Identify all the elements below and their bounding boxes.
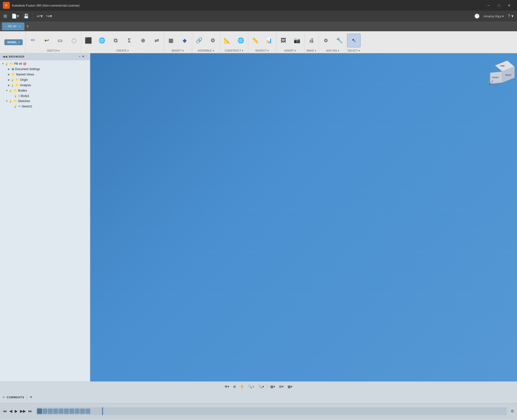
timeline-settings-button[interactable]: ⚙ xyxy=(510,408,515,414)
timeline-item-2[interactable] xyxy=(42,409,47,414)
modify2-button[interactable]: ◆ xyxy=(178,34,191,47)
timeline-item-6[interactable] xyxy=(64,409,69,414)
modify1-button[interactable]: ▦ xyxy=(165,34,178,47)
zoom-fit-button[interactable]: 🔍▾ xyxy=(257,384,266,389)
tree-item-bodies[interactable]: ▼ 💡 📁 Bodies xyxy=(0,88,90,93)
model-button[interactable]: MODEL ▾ xyxy=(4,39,23,45)
timeline-thumb[interactable] xyxy=(102,407,103,415)
tree-item-body1[interactable]: 💡 □ Body1 xyxy=(0,93,90,98)
undo-button[interactable]: ↩▾ xyxy=(35,12,44,20)
user-button[interactable]: Amarsy Alya ▾ xyxy=(484,14,504,18)
folder-analysis: 📁 xyxy=(15,84,19,87)
active-tab[interactable]: ● PB v8* ✕ xyxy=(2,22,24,30)
eye-body1[interactable]: 💡 xyxy=(14,94,17,97)
browser-add-button[interactable]: + xyxy=(79,55,81,58)
expand-sketches[interactable]: ▼ xyxy=(5,99,9,103)
maximize-button[interactable]: □ xyxy=(494,1,504,9)
shell-button[interactable]: Σ xyxy=(123,34,136,47)
construct1-button[interactable]: 📐 xyxy=(221,34,234,47)
addins1-button[interactable]: ⚙ xyxy=(319,34,332,47)
pan-button[interactable]: ✥▾ xyxy=(223,384,231,389)
hand-button[interactable]: ✋ xyxy=(238,384,246,389)
eye-analysis[interactable]: 💡 xyxy=(11,84,14,87)
select-button[interactable]: ↖ xyxy=(347,34,361,47)
inspect1-button[interactable]: 📏 xyxy=(249,34,262,47)
tree-item-pb-v8[interactable]: ▼ 💡 📁 PB v8 🎯 xyxy=(0,61,90,66)
timeline-item-10[interactable] xyxy=(85,409,90,414)
pattern-button[interactable]: ⊕ xyxy=(136,34,150,47)
mirror-button[interactable]: ⇌ xyxy=(150,34,163,47)
sketch-finish-button[interactable]: ↩ xyxy=(40,34,53,47)
insert2-icon: 📷 xyxy=(294,38,300,43)
display-mode-button[interactable]: ▦▾ xyxy=(269,384,277,389)
canvas-area[interactable]: TOP FRONT RIGHT X Y Z xyxy=(90,53,517,381)
timeline-end-button[interactable]: ⏭ xyxy=(27,408,33,414)
sketch-circle-button[interactable]: ◯ xyxy=(67,34,81,47)
timeline-prev-button[interactable]: ◀ xyxy=(8,408,13,414)
comments-collapse-button[interactable]: ▼ xyxy=(30,395,33,399)
tree-item-doc-settings[interactable]: ▶ ⚙ Document Settings xyxy=(0,66,90,72)
eye-origin[interactable]: 💡 xyxy=(11,78,14,82)
orbit-button[interactable]: ⊕ xyxy=(232,384,238,389)
grid-display-button[interactable]: ⊞▾ xyxy=(278,384,285,389)
tree-item-named-views[interactable]: ▶ 📁 Named Views xyxy=(0,72,90,77)
eye-sketch1[interactable]: 💡 xyxy=(14,105,17,108)
history-button[interactable]: 🕐 xyxy=(473,12,481,20)
insert1-button[interactable]: 🖼 xyxy=(277,34,290,47)
extrude-button[interactable]: ⬛ xyxy=(82,34,95,47)
file-button[interactable]: 📄▾ xyxy=(10,12,21,20)
redo-button[interactable]: ↪▾ xyxy=(45,12,53,20)
hole-button[interactable]: ⧉ xyxy=(109,34,122,47)
tree-item-sketches[interactable]: ▼ 💡 📁 Sketches xyxy=(0,98,90,104)
expand-bodies[interactable]: ▼ xyxy=(5,89,9,93)
sketch-rect-button[interactable]: ▭ xyxy=(54,34,67,47)
expand-analysis[interactable]: ▶ xyxy=(7,83,11,87)
assemble1-button[interactable]: 🔗 xyxy=(193,34,206,47)
viewcube[interactable]: TOP FRONT RIGHT X Y Z xyxy=(488,58,512,83)
inspect2-button[interactable]: 📊 xyxy=(262,34,276,47)
timeline-next-button[interactable]: ▶▶ xyxy=(19,408,27,414)
tree-item-analysis[interactable]: ▶ 💡 📁 Analysis xyxy=(0,83,90,88)
minimize-button[interactable]: ─ xyxy=(484,1,494,9)
grid-menu-button[interactable]: ⊞ xyxy=(2,12,9,20)
create-tools-row: ⬛ 🌐 ⧉ Σ ⊕ ⇌ xyxy=(82,32,163,49)
help-button[interactable]: ? ▾ xyxy=(506,12,515,20)
close-button[interactable]: ✕ xyxy=(504,1,514,9)
browser-collapse2-button[interactable]: ▼ xyxy=(82,55,85,58)
toolbar-addins-section: ⚙ 🔧 ADD-INS ▾ xyxy=(319,31,347,53)
timeline-item-7[interactable] xyxy=(69,409,74,414)
comments-add-button[interactable]: + xyxy=(2,395,5,399)
select-tools-row: ↖ xyxy=(347,32,361,49)
expand-doc-settings[interactable]: ▶ xyxy=(7,67,11,71)
expand-named-views[interactable]: ▶ xyxy=(7,73,11,76)
save-button[interactable]: 💾 xyxy=(22,12,30,20)
construct2-button[interactable]: 🌐 xyxy=(234,34,248,47)
make1-button[interactable]: 🖨 xyxy=(305,34,318,47)
eye-pb-v8[interactable]: 💡 xyxy=(5,62,8,65)
timeline-play-button[interactable]: ▶ xyxy=(14,408,19,414)
expand-pb-v8[interactable]: ▼ xyxy=(1,62,5,66)
assemble2-button[interactable]: ⚙ xyxy=(206,34,219,47)
eye-sketches[interactable]: 💡 xyxy=(9,100,12,103)
add-tab-button[interactable]: + xyxy=(25,24,31,29)
expand-origin[interactable]: ▶ xyxy=(7,78,11,82)
tree-item-origin[interactable]: ▶ 💡 📁 Origin xyxy=(0,77,90,83)
addins2-button[interactable]: 🔧 xyxy=(333,34,346,47)
timeline-item-9[interactable] xyxy=(80,409,85,414)
timeline-rewind-button[interactable]: ⏮ xyxy=(2,408,8,414)
timeline-item-1[interactable] xyxy=(37,409,42,414)
insert2-button[interactable]: 📷 xyxy=(290,34,304,47)
revolve-button[interactable]: 🌐 xyxy=(95,34,109,47)
timeline-track[interactable] xyxy=(36,407,507,415)
tree-item-sketch1[interactable]: 💡 ✏ Sketch1 xyxy=(0,104,90,109)
timeline-item-8[interactable] xyxy=(75,409,80,414)
sketch-create-button[interactable]: ✏ xyxy=(26,34,40,47)
eye-bodies[interactable]: 💡 xyxy=(9,89,12,92)
browser-collapse-button[interactable]: ◀◀ xyxy=(2,55,7,58)
zoom-in-button[interactable]: 🔍+ xyxy=(247,384,256,389)
tab-close-button[interactable]: ✕ xyxy=(18,25,21,28)
timeline-item-4[interactable] xyxy=(53,409,58,414)
timeline-item-5[interactable] xyxy=(59,409,63,414)
timeline-item-3[interactable] xyxy=(48,409,53,414)
display2-button[interactable]: ▩▾ xyxy=(286,384,294,389)
